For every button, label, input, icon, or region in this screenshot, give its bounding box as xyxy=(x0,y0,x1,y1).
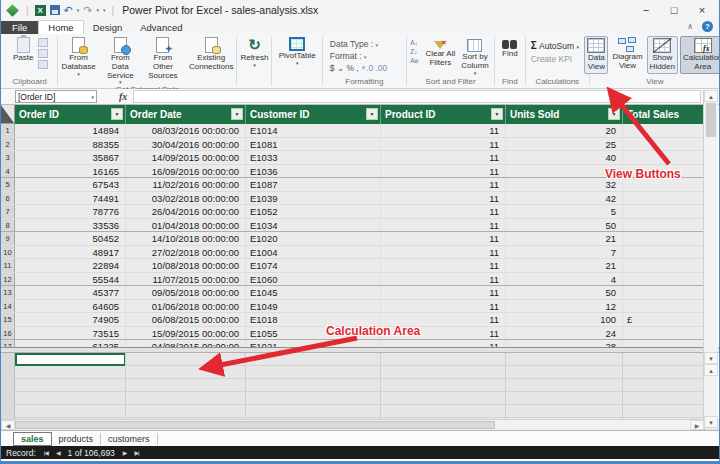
filter-dropdown-icon[interactable]: ▼ xyxy=(231,108,243,120)
selected-calc-cell[interactable] xyxy=(15,353,126,366)
row-number[interactable]: 13 xyxy=(1,286,15,299)
calc-scroll-up-icon[interactable]: ▲ xyxy=(704,364,718,376)
cell-total-sales[interactable] xyxy=(623,151,704,164)
row-number[interactable]: 14 xyxy=(1,300,15,313)
cell-units-sold[interactable]: 12 xyxy=(506,300,623,313)
column-header-customer-id[interactable]: Customer ID▼ xyxy=(246,105,381,124)
row-number[interactable]: 2 xyxy=(1,138,15,151)
cell-units-sold[interactable]: 28 xyxy=(506,340,623,347)
cell-units-sold[interactable]: 100 xyxy=(506,313,623,326)
cell-customer-id[interactable]: E1039 xyxy=(246,192,381,205)
cell-order-date[interactable]: 15/09/2015 00:00:00 xyxy=(126,327,246,340)
cell-order-id[interactable]: 45377 xyxy=(15,286,126,299)
row-number[interactable]: 1 xyxy=(1,124,15,137)
cell-customer-id[interactable]: E1049 xyxy=(246,300,381,313)
undo-icon[interactable]: ↶ xyxy=(64,5,73,15)
cell-customer-id[interactable]: E1020 xyxy=(246,232,381,245)
table-row[interactable]: 11489408/03/2016 00:00:00E10141120 xyxy=(1,124,704,138)
paste-append-icon[interactable] xyxy=(38,38,48,47)
cell-product-id[interactable]: 11 xyxy=(381,340,506,347)
cell-customer-id[interactable]: E1081 xyxy=(246,138,381,151)
cell-product-id[interactable]: 11 xyxy=(381,232,506,245)
redo-dropdown-icon[interactable]: ▾ xyxy=(97,7,100,13)
cell-order-date[interactable]: 30/04/2016 00:00:00 xyxy=(126,138,246,151)
table-row[interactable]: 176122504/08/2015 00:00:00E10211128 xyxy=(1,340,704,347)
sort-za-button[interactable]: Z↓ xyxy=(410,48,418,55)
cell-order-date[interactable]: 06/08/2015 00:00:00 xyxy=(126,313,246,326)
cell-product-id[interactable]: 11 xyxy=(381,300,506,313)
cell-order-id[interactable]: 74905 xyxy=(15,313,126,326)
cell-customer-id[interactable]: E1074 xyxy=(246,259,381,272)
row-number[interactable]: 5 xyxy=(1,178,15,191)
row-number[interactable]: 7 xyxy=(1,205,15,218)
cell-units-sold[interactable]: 5 xyxy=(506,205,623,218)
cell-order-id[interactable]: 50452 xyxy=(15,232,126,245)
cell-order-id[interactable]: 48917 xyxy=(15,246,126,259)
horizontal-scrollbar[interactable]: ◀ ▶ xyxy=(1,419,719,430)
cell-total-sales[interactable] xyxy=(623,340,704,347)
cell-product-id[interactable]: 11 xyxy=(381,165,506,178)
cell-order-date[interactable]: 09/05/2018 00:00:00 xyxy=(126,286,246,299)
cell-order-date[interactable]: 14/09/2015 00:00:00 xyxy=(126,151,246,164)
cell-order-id[interactable]: 33536 xyxy=(15,219,126,232)
cell-product-id[interactable]: 11 xyxy=(381,205,506,218)
cell-order-id[interactable]: 55544 xyxy=(15,273,126,286)
cell-total-sales[interactable] xyxy=(623,259,704,272)
cell-units-sold[interactable]: 20 xyxy=(506,124,623,137)
undo-dropdown-icon[interactable]: ▾ xyxy=(77,7,80,13)
clear-all-filters-button[interactable]: Clear All Filters xyxy=(423,36,457,69)
autosum-button[interactable]: Σ AutoSum ▾ xyxy=(531,40,579,51)
column-header-total-sales[interactable]: Total Sales▼ xyxy=(623,105,704,124)
cell-units-sold[interactable]: 21 xyxy=(506,232,623,245)
cell-order-date[interactable]: 01/04/2018 00:00:00 xyxy=(126,219,246,232)
cell-units-sold[interactable]: 40 xyxy=(506,151,623,164)
row-number[interactable]: 17 xyxy=(1,340,15,347)
save-icon[interactable] xyxy=(50,5,60,15)
find-button[interactable]: Find xyxy=(500,36,520,60)
cell-units-sold[interactable]: 7 xyxy=(506,246,623,259)
cell-total-sales[interactable] xyxy=(623,138,704,151)
row-number[interactable]: 11 xyxy=(1,259,15,272)
scroll-down-icon[interactable]: ▼ xyxy=(704,352,718,364)
filter-dropdown-icon[interactable]: ▼ xyxy=(111,108,123,120)
column-header-order-date[interactable]: Order Date▼ xyxy=(126,105,246,124)
cell-total-sales[interactable] xyxy=(623,273,704,286)
cell-order-date[interactable]: 27/02/2018 00:00:00 xyxy=(126,246,246,259)
table-row[interactable]: 33586714/09/2015 00:00:00E10331140 xyxy=(1,151,704,165)
cell-total-sales[interactable] xyxy=(623,124,704,137)
cell-order-date[interactable]: 08/03/2016 00:00:00 xyxy=(126,124,246,137)
cell-order-id[interactable]: 61225 xyxy=(15,340,126,347)
tab-design[interactable]: Design xyxy=(84,21,132,34)
select-all-corner[interactable] xyxy=(1,105,15,124)
cell-order-date[interactable]: 16/09/2016 00:00:00 xyxy=(126,165,246,178)
tab-home[interactable]: Home xyxy=(38,20,83,34)
table-row[interactable]: 77877626/04/2016 00:00:00E1052115 xyxy=(1,205,704,219)
close-button[interactable]: × xyxy=(695,4,709,16)
row-number[interactable]: 12 xyxy=(1,273,15,286)
cell-customer-id[interactable]: E1004 xyxy=(246,246,381,259)
pivottable-button[interactable]: PivotTable▾ xyxy=(277,36,318,66)
cell-order-date[interactable]: 01/06/2018 00:00:00 xyxy=(126,300,246,313)
row-number[interactable]: 8 xyxy=(1,219,15,232)
excel-icon[interactable]: X xyxy=(35,5,46,16)
cell-order-id[interactable]: 35867 xyxy=(15,151,126,164)
cell-product-id[interactable]: 11 xyxy=(381,246,506,259)
cell-customer-id[interactable]: E1034 xyxy=(246,219,381,232)
cell-order-id[interactable]: 22894 xyxy=(15,259,126,272)
collapse-ribbon-icon[interactable]: ∧ xyxy=(687,22,693,31)
cell-product-id[interactable]: 11 xyxy=(381,259,506,272)
cell-product-id[interactable]: 11 xyxy=(381,151,506,164)
table-row[interactable]: 112289410/08/2018 00:00:00E10741121 xyxy=(1,259,704,273)
scroll-left-icon[interactable]: ◀ xyxy=(1,420,15,430)
data-type-dropdown[interactable]: Data Type : ▾ xyxy=(330,39,378,49)
scroll-right-icon[interactable]: ▶ xyxy=(690,420,704,430)
calculation-area[interactable] xyxy=(1,353,704,419)
calc-scroll-down-icon[interactable]: ▼ xyxy=(704,416,718,428)
table-row[interactable]: 104891727/02/2018 00:00:00E1004117 xyxy=(1,246,704,260)
format-dropdown[interactable]: Format : ▾ xyxy=(330,51,367,61)
sheet-tab-products[interactable]: products xyxy=(52,433,102,445)
cell-order-id[interactable]: 14894 xyxy=(15,124,126,137)
cell-order-id[interactable]: 88355 xyxy=(15,138,126,151)
tab-advanced[interactable]: Advanced xyxy=(131,21,191,34)
row-number[interactable]: 10 xyxy=(1,246,15,259)
